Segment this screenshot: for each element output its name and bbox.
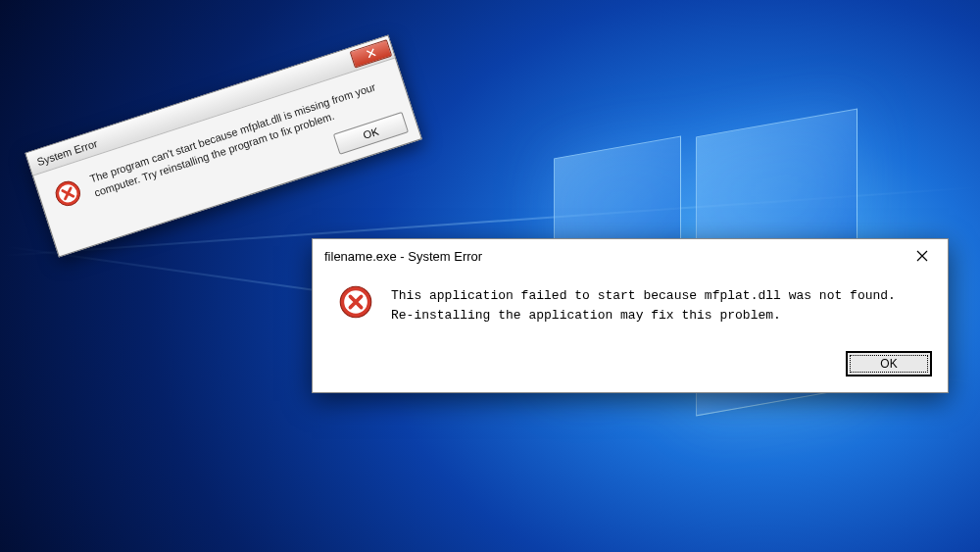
titlebar: filename.exe - System Error	[313, 239, 948, 273]
dialog-body: This application failed to start because…	[313, 273, 948, 343]
error-dialog-foreground: filename.exe - System Error This applica…	[312, 238, 949, 393]
ok-button[interactable]: OK	[846, 351, 932, 376]
error-dialog-background: System Error The program can't start bec…	[24, 34, 421, 257]
dialog-footer: OK	[313, 343, 948, 392]
close-icon	[916, 250, 928, 262]
close-icon	[366, 48, 376, 59]
error-icon	[338, 284, 373, 326]
close-button[interactable]	[901, 241, 944, 271]
error-icon	[51, 176, 86, 213]
dialog-message: This application failed to start because…	[391, 284, 926, 326]
desktop-wallpaper: System Error The program can't start bec…	[0, 0, 980, 552]
dialog-title: filename.exe - System Error	[324, 249, 901, 264]
